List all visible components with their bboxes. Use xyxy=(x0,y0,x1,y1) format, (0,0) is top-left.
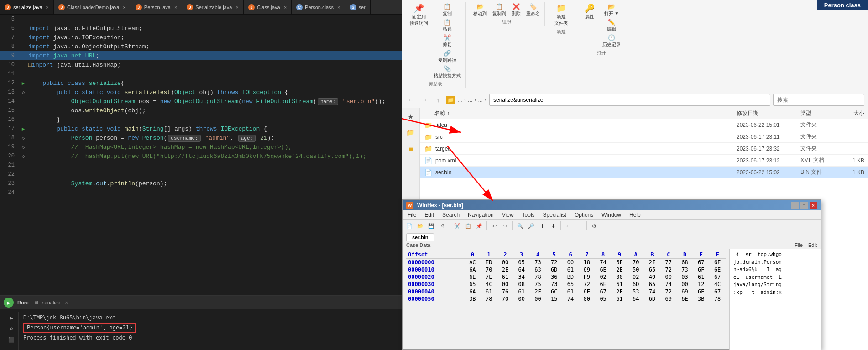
hex-byte[interactable]: 2E xyxy=(612,266,628,273)
toolbar-btn-newfolder[interactable]: 📁 新建文件夹 xyxy=(552,3,570,27)
wh-tool-4[interactable]: 🖨 xyxy=(437,221,447,231)
run-icon-settings[interactable]: ⚙ xyxy=(7,324,16,333)
hex-byte[interactable]: 00 xyxy=(562,259,579,266)
toolbar-btn-copy[interactable]: 📋 复制 xyxy=(432,3,463,17)
hex-byte[interactable]: 74 xyxy=(660,281,677,288)
hex-byte[interactable]: 67 xyxy=(693,259,709,266)
menu-options[interactable]: Options xyxy=(573,211,595,219)
menu-navigation[interactable]: Navigation xyxy=(466,211,495,219)
file-item-idea[interactable]: 📁 .idea 2023-06-22 15:01 文件夹 xyxy=(420,119,868,131)
hex-byte[interactable]: 00 xyxy=(513,295,530,303)
hex-byte[interactable]: 6E xyxy=(595,281,612,288)
hex-byte[interactable]: 6E xyxy=(677,295,693,303)
wh-tool-8[interactable]: ↩ xyxy=(489,221,499,231)
hex-byte[interactable]: 73 xyxy=(677,266,693,273)
hex-byte[interactable]: 61 xyxy=(497,273,513,281)
hex-byte[interactable]: 6D xyxy=(644,295,660,303)
menu-search[interactable]: Search xyxy=(441,211,461,219)
wh-tool-16[interactable]: ⚙ xyxy=(589,221,599,231)
menu-file[interactable]: File xyxy=(406,211,418,219)
hex-byte[interactable]: 72 xyxy=(579,281,595,288)
hex-byte[interactable]: 18 xyxy=(579,259,595,266)
wh-tool-10[interactable]: 🔍 xyxy=(515,221,525,231)
hex-byte[interactable]: 75 xyxy=(530,281,546,288)
toolbar-btn-copypath[interactable]: 🔗 复制路径 xyxy=(432,49,463,64)
hex-byte[interactable]: 67 xyxy=(709,288,726,295)
hex-byte[interactable]: 6E xyxy=(709,266,726,273)
file-item-target[interactable]: 📁 target 2023-06-17 23:32 文件夹 xyxy=(420,143,868,155)
hex-byte[interactable]: 6A xyxy=(464,266,481,273)
nav-star[interactable]: ★ xyxy=(403,110,417,124)
back-button[interactable]: ← xyxy=(405,94,416,105)
toolbar-btn-cut[interactable]: ✂️ 剪切 xyxy=(432,34,463,48)
hex-byte[interactable]: 68 xyxy=(677,259,693,266)
hex-byte[interactable]: 6F xyxy=(693,266,709,273)
hex-byte[interactable]: 61 xyxy=(612,295,628,303)
file-item-serbin[interactable]: 📄 ser.bin 2023-06-22 15:02 BIN 文件 1 KB xyxy=(420,167,868,178)
hex-byte[interactable]: 78 xyxy=(530,273,546,281)
hex-byte[interactable]: 7E xyxy=(481,273,497,281)
winhex-minimize-btn[interactable]: _ xyxy=(791,202,799,209)
toolbar-btn-paste[interactable]: 📋 粘贴 xyxy=(432,18,463,33)
winhex-edit-menu[interactable]: Edit xyxy=(808,242,817,248)
hex-byte[interactable]: 02 xyxy=(627,273,644,281)
hex-byte[interactable]: 6E xyxy=(693,288,709,295)
search-input[interactable] xyxy=(773,94,864,106)
hex-byte[interactable]: 3B xyxy=(693,295,709,303)
hex-byte[interactable]: 6C xyxy=(546,288,562,295)
hex-byte[interactable]: 08 xyxy=(513,281,530,288)
hex-byte[interactable]: 72 xyxy=(660,266,677,273)
wh-tool-6[interactable]: 📋 xyxy=(463,221,473,231)
wh-tool-13[interactable]: ⬇ xyxy=(548,221,558,231)
hex-byte[interactable]: 65 xyxy=(644,266,660,273)
hex-byte[interactable]: BD xyxy=(562,273,579,281)
hex-byte[interactable]: 78 xyxy=(481,295,497,303)
hex-byte[interactable]: 76 xyxy=(497,288,513,295)
hex-byte[interactable]: 2E xyxy=(644,259,660,266)
hex-byte[interactable]: 50 xyxy=(627,266,644,273)
hex-byte[interactable]: 61 xyxy=(513,288,530,295)
toolbar-btn-pasteshortcut[interactable]: 📎 粘贴快捷方式 xyxy=(432,65,463,79)
toolbar-btn-properties[interactable]: 🔑 属性 xyxy=(580,3,599,48)
wh-tool-12[interactable]: ⬆ xyxy=(537,221,547,231)
nav-desktop[interactable]: 🖥 xyxy=(403,141,417,155)
hex-byte[interactable]: 63 xyxy=(530,266,546,273)
hex-byte[interactable]: 00 xyxy=(579,295,595,303)
run-icon-rerun[interactable]: ↺ xyxy=(7,346,16,350)
hex-byte[interactable]: 69 xyxy=(660,295,677,303)
hex-byte[interactable]: 4C xyxy=(709,281,726,288)
wh-tool-3[interactable]: 💾 xyxy=(426,221,436,231)
hex-byte[interactable]: 34 xyxy=(513,273,530,281)
hex-byte[interactable]: 6E xyxy=(579,288,595,295)
run-tab-close[interactable]: × xyxy=(65,300,68,305)
hex-byte[interactable]: 3B xyxy=(464,295,481,303)
hex-byte[interactable]: 15 xyxy=(546,295,562,303)
hex-byte[interactable]: 70 xyxy=(481,266,497,273)
tab-close-6[interactable]: × xyxy=(337,5,340,10)
tab-close-3[interactable]: × xyxy=(174,5,177,10)
hex-byte[interactable]: 2F xyxy=(612,288,628,295)
winhex-maximize-btn[interactable]: □ xyxy=(800,202,808,209)
toolbar-btn-history[interactable]: 🕐 历史记录 xyxy=(601,34,622,48)
toolbar-btn-pin[interactable]: 📌 固定到快速访问 xyxy=(408,3,430,79)
hex-byte[interactable]: 72 xyxy=(546,259,562,266)
menu-view[interactable]: View xyxy=(501,211,515,219)
hex-byte[interactable]: 02 xyxy=(595,273,612,281)
hex-byte[interactable]: 05 xyxy=(595,295,612,303)
tab-classloaderdemo[interactable]: J ClassLoaderDemo.java × xyxy=(54,0,131,15)
hex-byte[interactable]: 05 xyxy=(513,259,530,266)
hex-byte[interactable]: 6D xyxy=(546,266,562,273)
hex-byte[interactable]: 73 xyxy=(546,281,562,288)
wh-tool-2[interactable]: 📂 xyxy=(415,221,425,231)
code-editor[interactable]: 5 6 import java.io.FileOutputStream; 7 i… xyxy=(0,15,402,295)
run-play-button[interactable]: ▶ xyxy=(4,298,14,308)
tab-close-4[interactable]: × xyxy=(235,5,238,10)
tab-serializable-java[interactable]: J Serializable.java × xyxy=(182,0,244,15)
wh-tool-14[interactable]: ← xyxy=(563,221,573,231)
menu-window[interactable]: Window xyxy=(600,211,622,219)
hex-byte[interactable]: 67 xyxy=(595,288,612,295)
wh-tool-1[interactable]: 📄 xyxy=(404,221,414,231)
hex-byte[interactable]: 73 xyxy=(530,259,546,266)
hex-byte[interactable]: 74 xyxy=(644,288,660,295)
toolbar-btn-moveto[interactable]: 📂 移动到 xyxy=(471,3,489,17)
